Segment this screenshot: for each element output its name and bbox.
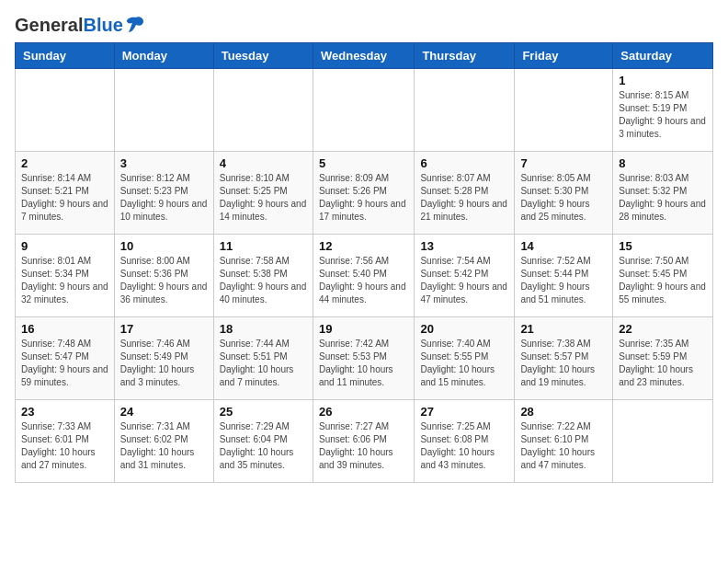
day-number: 11 xyxy=(220,239,307,253)
day-info: Sunrise: 7:27 AM Sunset: 6:06 PM Dayligh… xyxy=(319,420,408,472)
calendar-cell xyxy=(16,69,115,152)
calendar-cell: 27Sunrise: 7:25 AM Sunset: 6:08 PM Dayli… xyxy=(415,400,515,483)
calendar-cell: 26Sunrise: 7:27 AM Sunset: 6:06 PM Dayli… xyxy=(313,400,414,483)
day-number: 7 xyxy=(520,156,607,170)
day-info: Sunrise: 8:09 AM Sunset: 5:26 PM Dayligh… xyxy=(319,172,408,224)
day-number: 16 xyxy=(21,322,108,336)
day-info: Sunrise: 8:15 AM Sunset: 5:19 PM Dayligh… xyxy=(619,89,707,141)
day-number: 13 xyxy=(420,239,508,253)
calendar-cell: 1Sunrise: 8:15 AM Sunset: 5:19 PM Daylig… xyxy=(613,69,713,152)
logo-bird-icon xyxy=(125,16,145,34)
calendar-cell: 9Sunrise: 8:01 AM Sunset: 5:34 PM Daylig… xyxy=(16,235,115,317)
day-info: Sunrise: 7:35 AM Sunset: 5:59 PM Dayligh… xyxy=(619,338,707,389)
day-info: Sunrise: 8:00 AM Sunset: 5:36 PM Dayligh… xyxy=(120,255,208,306)
calendar-cell: 2Sunrise: 8:14 AM Sunset: 5:21 PM Daylig… xyxy=(16,152,115,235)
calendar-cell: 22Sunrise: 7:35 AM Sunset: 5:59 PM Dayli… xyxy=(613,317,713,400)
calendar-week-row: 16Sunrise: 7:48 AM Sunset: 5:47 PM Dayli… xyxy=(16,317,713,400)
day-info: Sunrise: 7:40 AM Sunset: 5:55 PM Dayligh… xyxy=(420,338,508,389)
day-info: Sunrise: 8:14 AM Sunset: 5:21 PM Dayligh… xyxy=(21,172,108,224)
calendar-cell xyxy=(213,69,313,152)
calendar-cell xyxy=(515,69,613,152)
calendar-cell: 21Sunrise: 7:38 AM Sunset: 5:57 PM Dayli… xyxy=(515,317,613,400)
calendar-cell: 12Sunrise: 7:56 AM Sunset: 5:40 PM Dayli… xyxy=(313,235,414,317)
day-info: Sunrise: 7:46 AM Sunset: 5:49 PM Dayligh… xyxy=(120,338,208,389)
calendar-cell: 4Sunrise: 8:10 AM Sunset: 5:25 PM Daylig… xyxy=(213,152,313,235)
calendar-cell: 5Sunrise: 8:09 AM Sunset: 5:26 PM Daylig… xyxy=(313,152,414,235)
calendar-cell: 19Sunrise: 7:42 AM Sunset: 5:53 PM Dayli… xyxy=(313,317,414,400)
calendar-cell: 18Sunrise: 7:44 AM Sunset: 5:51 PM Dayli… xyxy=(213,317,313,400)
day-number: 4 xyxy=(220,156,307,170)
day-info: Sunrise: 7:33 AM Sunset: 6:01 PM Dayligh… xyxy=(21,420,108,472)
day-number: 8 xyxy=(619,156,707,170)
weekday-header: Monday xyxy=(114,43,213,69)
day-number: 18 xyxy=(220,322,307,336)
day-info: Sunrise: 7:50 AM Sunset: 5:45 PM Dayligh… xyxy=(619,255,707,306)
calendar-week-row: 23Sunrise: 7:33 AM Sunset: 6:01 PM Dayli… xyxy=(16,400,713,483)
weekday-header: Tuesday xyxy=(213,43,313,69)
day-info: Sunrise: 7:58 AM Sunset: 5:38 PM Dayligh… xyxy=(220,255,307,306)
day-number: 20 xyxy=(420,322,508,336)
day-info: Sunrise: 8:07 AM Sunset: 5:28 PM Dayligh… xyxy=(420,172,508,224)
header: GeneralBlue xyxy=(15,15,713,35)
calendar-cell: 3Sunrise: 8:12 AM Sunset: 5:23 PM Daylig… xyxy=(114,152,213,235)
day-number: 25 xyxy=(220,405,307,419)
day-number: 26 xyxy=(319,405,408,419)
day-number: 22 xyxy=(619,322,707,336)
day-number: 2 xyxy=(21,156,108,170)
day-number: 17 xyxy=(120,322,208,336)
logo: GeneralBlue xyxy=(15,15,145,35)
calendar-cell: 24Sunrise: 7:31 AM Sunset: 6:02 PM Dayli… xyxy=(114,400,213,483)
day-number: 28 xyxy=(520,405,607,419)
calendar-cell xyxy=(114,69,213,152)
calendar-cell: 6Sunrise: 8:07 AM Sunset: 5:28 PM Daylig… xyxy=(415,152,515,235)
calendar-cell: 17Sunrise: 7:46 AM Sunset: 5:49 PM Dayli… xyxy=(114,317,213,400)
calendar-table: SundayMondayTuesdayWednesdayThursdayFrid… xyxy=(15,42,713,483)
day-number: 23 xyxy=(21,405,108,419)
day-number: 27 xyxy=(420,405,508,419)
day-info: Sunrise: 8:01 AM Sunset: 5:34 PM Dayligh… xyxy=(21,255,108,306)
day-info: Sunrise: 7:52 AM Sunset: 5:44 PM Dayligh… xyxy=(520,255,607,306)
day-number: 15 xyxy=(619,239,707,253)
day-number: 6 xyxy=(420,156,508,170)
day-info: Sunrise: 7:44 AM Sunset: 5:51 PM Dayligh… xyxy=(220,338,307,389)
calendar-cell: 10Sunrise: 8:00 AM Sunset: 5:36 PM Dayli… xyxy=(114,235,213,317)
day-info: Sunrise: 7:38 AM Sunset: 5:57 PM Dayligh… xyxy=(520,338,607,389)
weekday-header-row: SundayMondayTuesdayWednesdayThursdayFrid… xyxy=(16,43,713,69)
day-info: Sunrise: 7:54 AM Sunset: 5:42 PM Dayligh… xyxy=(420,255,508,306)
calendar-week-row: 2Sunrise: 8:14 AM Sunset: 5:21 PM Daylig… xyxy=(16,152,713,235)
day-info: Sunrise: 8:12 AM Sunset: 5:23 PM Dayligh… xyxy=(120,172,208,224)
calendar-week-row: 1Sunrise: 8:15 AM Sunset: 5:19 PM Daylig… xyxy=(16,69,713,152)
day-number: 9 xyxy=(21,239,108,253)
calendar-cell: 16Sunrise: 7:48 AM Sunset: 5:47 PM Dayli… xyxy=(16,317,115,400)
day-info: Sunrise: 7:29 AM Sunset: 6:04 PM Dayligh… xyxy=(220,420,307,472)
day-info: Sunrise: 7:42 AM Sunset: 5:53 PM Dayligh… xyxy=(319,338,408,389)
calendar-cell: 23Sunrise: 7:33 AM Sunset: 6:01 PM Dayli… xyxy=(16,400,115,483)
calendar-cell: 8Sunrise: 8:03 AM Sunset: 5:32 PM Daylig… xyxy=(613,152,713,235)
day-info: Sunrise: 7:31 AM Sunset: 6:02 PM Dayligh… xyxy=(120,420,208,472)
weekday-header: Sunday xyxy=(16,43,115,69)
calendar-cell: 7Sunrise: 8:05 AM Sunset: 5:30 PM Daylig… xyxy=(515,152,613,235)
day-number: 19 xyxy=(319,322,408,336)
weekday-header: Thursday xyxy=(415,43,515,69)
day-number: 21 xyxy=(520,322,607,336)
day-info: Sunrise: 7:48 AM Sunset: 5:47 PM Dayligh… xyxy=(21,338,108,389)
weekday-header: Wednesday xyxy=(313,43,414,69)
day-number: 5 xyxy=(319,156,408,170)
calendar-cell xyxy=(415,69,515,152)
day-number: 12 xyxy=(319,239,408,253)
calendar-cell: 25Sunrise: 7:29 AM Sunset: 6:04 PM Dayli… xyxy=(213,400,313,483)
weekday-header: Friday xyxy=(515,43,613,69)
day-number: 3 xyxy=(120,156,208,170)
calendar-cell: 15Sunrise: 7:50 AM Sunset: 5:45 PM Dayli… xyxy=(613,235,713,317)
calendar-cell xyxy=(613,400,713,483)
weekday-header: Saturday xyxy=(613,43,713,69)
day-info: Sunrise: 8:03 AM Sunset: 5:32 PM Dayligh… xyxy=(619,172,707,224)
day-info: Sunrise: 7:25 AM Sunset: 6:08 PM Dayligh… xyxy=(420,420,508,472)
day-number: 1 xyxy=(619,74,707,87)
day-number: 10 xyxy=(120,239,208,253)
calendar-week-row: 9Sunrise: 8:01 AM Sunset: 5:34 PM Daylig… xyxy=(16,235,713,317)
calendar-cell: 28Sunrise: 7:22 AM Sunset: 6:10 PM Dayli… xyxy=(515,400,613,483)
calendar-cell xyxy=(313,69,414,152)
day-number: 24 xyxy=(120,405,208,419)
day-info: Sunrise: 7:56 AM Sunset: 5:40 PM Dayligh… xyxy=(319,255,408,306)
